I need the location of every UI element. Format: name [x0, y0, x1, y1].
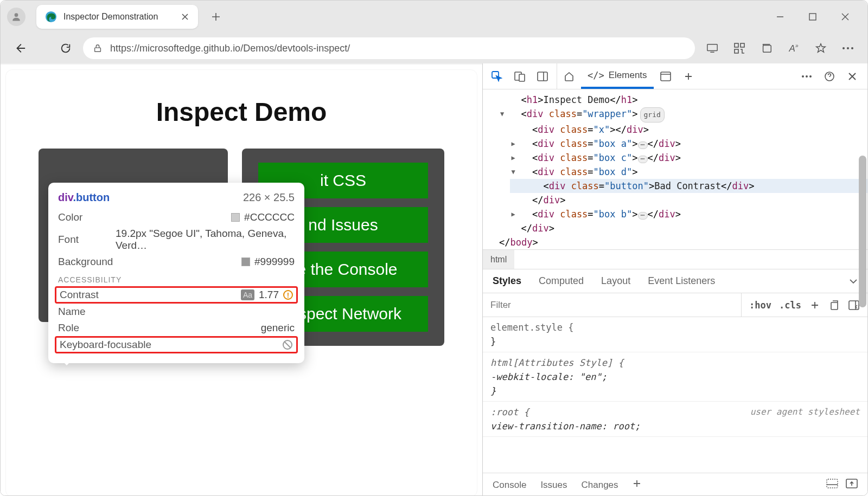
back-button[interactable] [10, 38, 30, 58]
cls-toggle[interactable]: .cls [779, 300, 801, 311]
svg-rect-2 [809, 14, 816, 20]
tab-eventlisteners[interactable]: Event Listeners [648, 275, 715, 287]
contrast-row-highlight: Contrast Aa1.77! [55, 286, 298, 304]
devtools-close-icon[interactable] [844, 68, 861, 85]
drawer-tab-changes[interactable]: Changes [582, 480, 618, 491]
devtools-toolbar: </>Elements [483, 63, 867, 89]
more-icon[interactable] [838, 38, 858, 58]
inspect-tooltip: div.button 226 × 25.5 Color#CCCCCC Font1… [48, 183, 304, 363]
svg-rect-24 [827, 479, 838, 488]
address-bar[interactable]: https://microsoftedge.github.io/Demos/de… [83, 37, 695, 59]
dock-side-icon[interactable] [534, 68, 551, 85]
svg-rect-4 [707, 44, 717, 51]
inspect-element-icon[interactable] [488, 68, 506, 85]
tab-title: Inspector Demonstration [63, 12, 158, 22]
help-icon[interactable] [821, 68, 838, 85]
devtools-more-icon[interactable] [798, 68, 815, 85]
computed-sidebar-icon[interactable] [848, 299, 860, 311]
window-close-button[interactable] [837, 9, 853, 25]
svg-rect-7 [735, 49, 738, 53]
lock-icon [93, 43, 103, 53]
svg-rect-15 [519, 74, 525, 81]
svg-rect-5 [735, 43, 738, 47]
svg-point-19 [806, 75, 808, 78]
styles-filter-row: :hov .cls [483, 293, 867, 317]
svg-point-9 [843, 47, 845, 49]
read-aloud-icon[interactable]: A» [784, 38, 803, 58]
drawer-tab-console[interactable]: Console [493, 480, 526, 491]
svg-rect-3 [95, 48, 101, 51]
browser-titlebar: Inspector Demonstration [1, 1, 867, 33]
dom-breadcrumb[interactable]: html [483, 250, 867, 269]
styles-filter-input[interactable] [483, 293, 741, 317]
close-icon[interactable] [181, 12, 189, 21]
favorite-icon[interactable] [811, 38, 831, 58]
tab-layout[interactable]: Layout [601, 275, 630, 287]
browser-tab[interactable]: Inspector Demonstration [36, 5, 198, 29]
app-tab-icon[interactable] [654, 63, 678, 89]
elements-tab[interactable]: </>Elements [581, 63, 654, 89]
drawer-dock-icon[interactable] [826, 479, 838, 491]
scrollbar[interactable] [859, 156, 866, 307]
dom-selected-node[interactable]: <div class="button">Bad Contrast</div> [510, 179, 867, 193]
svg-point-18 [802, 75, 804, 78]
new-style-rule-icon[interactable] [809, 299, 821, 311]
svg-point-20 [809, 75, 812, 78]
devtools-panel: </>Elements <h1>Inspect Demo</h1> ▼ <div… [482, 63, 867, 496]
qr-icon[interactable] [730, 38, 749, 58]
svg-point-10 [847, 47, 849, 49]
device-toggle-icon[interactable] [511, 68, 528, 85]
profile-avatar[interactable] [7, 8, 25, 26]
edge-icon [45, 11, 57, 23]
page-viewport: Inspect Demo Bad Contrast it CSS nd Issu… [1, 63, 482, 496]
svg-rect-17 [661, 72, 671, 81]
styles-tablist: Styles Computed Layout Event Listeners [483, 269, 867, 293]
dom-tree[interactable]: <h1>Inspect Demo</h1> ▼ <div class="wrap… [483, 89, 867, 250]
new-tab-button[interactable] [208, 9, 224, 25]
devtools-drawer: Console Issues Changes [483, 473, 867, 496]
drawer-tab-issues[interactable]: Issues [540, 480, 567, 491]
copy-styles-icon[interactable] [828, 299, 840, 311]
svg-point-11 [851, 47, 853, 49]
not-allowed-icon [282, 339, 293, 350]
svg-rect-16 [538, 72, 547, 81]
browser-toolbar: https://microsoftedge.github.io/Demos/de… [1, 33, 867, 63]
svg-rect-6 [741, 43, 744, 47]
welcome-tab[interactable] [557, 63, 581, 89]
more-tabs-button[interactable] [678, 63, 699, 89]
tooltip-dimensions: 226 × 25.5 [243, 191, 295, 204]
keyboard-focusable-row-highlight: Keyboard-focusable [55, 336, 298, 353]
page-title: Inspect Demo [6, 97, 477, 127]
url-text: https://microsoftedge.github.io/Demos/de… [110, 43, 685, 54]
chevron-down-icon[interactable] [849, 275, 858, 287]
svg-rect-8 [763, 46, 771, 53]
svg-point-0 [15, 13, 18, 17]
desktop-icon[interactable] [703, 38, 722, 58]
tooltip-selector: div.button [58, 191, 110, 204]
svg-rect-22 [831, 302, 838, 310]
drawer-expand-icon[interactable] [846, 479, 858, 491]
color-swatch-icon [231, 213, 240, 222]
warning-icon: ! [283, 290, 293, 300]
styles-pane[interactable]: element.style { } html[Attributes Style]… [483, 317, 867, 473]
drawer-more-tabs[interactable] [633, 479, 641, 491]
tab-computed[interactable]: Computed [539, 275, 584, 287]
color-swatch-icon [241, 257, 250, 266]
collections-icon[interactable] [757, 38, 776, 58]
aa-badge-icon: Aa [241, 289, 254, 300]
tab-styles[interactable]: Styles [493, 275, 521, 287]
maximize-button[interactable] [805, 9, 821, 25]
hov-toggle[interactable]: :hov [749, 300, 771, 311]
minimize-button[interactable] [772, 9, 788, 25]
refresh-button[interactable] [56, 38, 75, 58]
